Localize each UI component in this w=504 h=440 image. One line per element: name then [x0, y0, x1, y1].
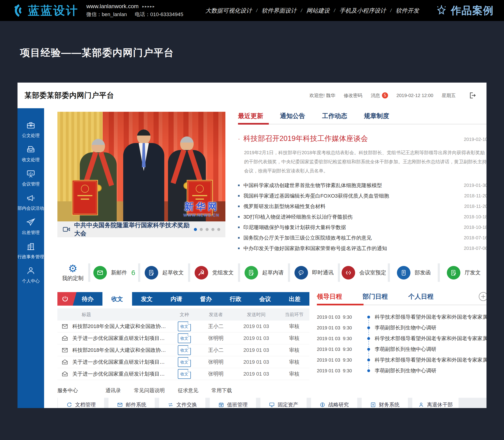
quick-action-party-docs[interactable]: ☭ 党组发文: [190, 263, 238, 282]
portfolio-link[interactable]: 作品案例: [435, 4, 494, 17]
button-fixed-assets[interactable]: 固定资产: [260, 398, 307, 408]
sidebar-item-meeting-management[interactable]: 会议管理: [17, 169, 44, 193]
news-item-title[interactable]: 中国科学家成功创建世界首批生物节律紊乱体细胞克隆猴模型: [243, 182, 382, 189]
schedule-entry-title[interactable]: 李萌副部长到生物中心调研: [375, 346, 436, 353]
sidebar-item-document-processing[interactable]: 公文处理: [17, 120, 44, 145]
link-downloads[interactable]: 常用下载: [211, 387, 232, 394]
sidebar-item-admin-affairs[interactable]: 行政事务管理: [17, 242, 44, 266]
quick-action-instant-messaging[interactable]: 即时通讯: [290, 263, 338, 282]
timeline-dot-icon: [367, 358, 370, 361]
news-item-date: 2018-11-20: [460, 193, 487, 199]
carousel-dot[interactable]: [200, 228, 203, 231]
tab-internal-request[interactable]: 内请: [161, 292, 191, 306]
tab-notices[interactable]: 通知公告: [280, 112, 305, 120]
service-links: 服务中心 通讯录 常见问题说明 征求意见 常用下载: [57, 387, 487, 394]
quick-action-my-customization[interactable]: ⚙ 我的定制: [57, 263, 88, 282]
news-item-title[interactable]: 俄罗斯研发出新型纳米磁性复合材料: [243, 203, 325, 210]
service-separator: /: [301, 8, 302, 13]
button-retired-cadres[interactable]: 离退休干部: [412, 398, 459, 408]
table-row[interactable]: 关于进一步优化国家重点研发计划项目和资金管理的通知 收文 张明明 2019 01…: [57, 332, 309, 344]
quick-action-dept-letter[interactable]: 部发函: [390, 263, 438, 282]
schedule-entry-title[interactable]: 科学技术部领导看望外国老专家和外国老专家家属: [375, 357, 487, 363]
link-feedback[interactable]: 征求意见: [178, 387, 198, 394]
news-headline-row: · 科技部召开2019年科技工作媒体座谈会 2019-02-10: [238, 134, 487, 143]
workbench-tabbar: 待办 收文 发文 内请 督办 行政 会议 出差: [57, 292, 309, 306]
sidebar-item-personal-center[interactable]: 个人中心: [17, 266, 44, 290]
schedule-entry: 2019 01 03 9:30 科学技术部领导看望外国老专家和外国老专家家属: [317, 355, 487, 365]
link-faq[interactable]: 常见问题说明: [134, 387, 165, 394]
table-row[interactable]: 科技部2018年全国人大建议和全国政协提案办理情况 收文 王小二 2019 01…: [57, 344, 309, 356]
quick-action-new-mail[interactable]: 新邮件 6: [90, 263, 138, 282]
schedule-entry-title[interactable]: 李萌副部长到生物中心调研: [375, 324, 436, 331]
timeline-dot-icon: [367, 316, 370, 318]
table-row[interactable]: 关于进一步优化国家重点研发计划项目和资金管理的通知 收文 张明明 2019 01…: [57, 368, 309, 380]
button-duty-management[interactable]: 值班管理: [210, 398, 256, 408]
news-item-title[interactable]: 中办印发关于做好国家勋章和国家荣誉称号提名评选工作的通知: [243, 245, 387, 252]
carousel-dot[interactable]: [217, 228, 220, 231]
tab-outgoing[interactable]: 发文: [132, 292, 162, 306]
messages-link[interactable]: 消息 5: [371, 92, 388, 99]
carousel-caption[interactable]: 中共中央国务院隆重举行国家科学技术奖励大会: [74, 221, 190, 237]
button-file-exchange[interactable]: 文件交换: [159, 398, 205, 408]
carousel-dot[interactable]: [211, 228, 214, 231]
link-contacts[interactable]: 通讯录: [105, 387, 121, 394]
schedule-entry-title[interactable]: 科学技术部领导看望外国老专家和外国老专家家属: [375, 314, 487, 321]
sidebar-item-business-trip[interactable]: 出差管理: [17, 218, 44, 242]
tab-todo[interactable]: 待办: [73, 292, 102, 306]
bullet-icon: ·: [238, 135, 240, 143]
brand[interactable]: 蓝蓝设计: [10, 3, 78, 18]
portal-title: 某部委某部委内网门户平台: [25, 91, 114, 100]
service-item: 大数据可视化设计: [205, 7, 252, 14]
tab-dept-schedule[interactable]: 部门日程: [363, 292, 388, 301]
mail-closed-icon: [57, 323, 72, 330]
carousel-dot[interactable]: [194, 228, 197, 231]
news-item: 中国科学家成功创建世界首批生物节律紊乱体细胞克隆猴模型 2019-01-30: [238, 180, 487, 191]
button-mail-system[interactable]: 邮件系统: [109, 398, 155, 408]
site-url[interactable]: www.lanlanwork.com: [86, 3, 139, 10]
tab-business-trip[interactable]: 出差: [280, 292, 309, 306]
button-document-management[interactable]: 文档管理: [58, 398, 104, 408]
schedule-entry-title[interactable]: 科学技术部领导看望外国老专家和外国老专家家属: [375, 335, 487, 342]
carousel-photo[interactable]: 新华网 WWW.NEWS.CN: [57, 112, 225, 221]
news-item-title[interactable]: 我国科学家通过基因编辑长寿蛋白FOXO3获得优质人类血管细胞: [243, 192, 389, 199]
document-pen-icon: [145, 266, 158, 279]
button-finance-system[interactable]: 财务系统: [362, 398, 408, 408]
button-strategy-research[interactable]: 战略研究: [311, 398, 357, 408]
news-tabs-underline: [238, 124, 487, 124]
table-row[interactable]: 关于进一步优化国家重点研发计划项目和资金管理的通知 收文 张明明 2019 01…: [57, 356, 309, 368]
sidebar: 公文处理 收文处理 会议管理: [17, 108, 44, 408]
quick-action-draft-incoming[interactable]: 起草收文: [140, 263, 188, 282]
sidebar-item-incoming-docs[interactable]: 收文处理: [17, 145, 44, 169]
tab-supervision[interactable]: 督办: [191, 292, 221, 306]
news-item-title[interactable]: 3D打印植入物促进神经细胞生长以治疗脊髓损伤: [243, 213, 352, 220]
schedule-timeline: 2019 01 03 9:30 科学技术部领导看望外国老专家和外国老专家家属 2…: [317, 312, 487, 376]
quick-action-office-docs[interactable]: 厅发文: [440, 263, 487, 282]
mail-open-icon: [57, 335, 72, 342]
quick-action-draft-internal[interactable]: 起草内请: [240, 263, 288, 282]
tab-regulations[interactable]: 规章制度: [364, 112, 389, 120]
news-summary: 2019年2月1日，科技部举行2018年度考核总结表彰会。科技部部长、党组书记王…: [238, 148, 487, 176]
news-headline[interactable]: 科技部召开2019年科技工作媒体座谈会: [243, 134, 368, 143]
news-item-date: 2018-07-16: [459, 235, 487, 241]
quick-action-meeting-room-booking[interactable]: 会议室预定: [340, 263, 388, 282]
tab-meeting[interactable]: 会议: [250, 292, 280, 306]
tab-latest-updates[interactable]: 最近更新: [238, 112, 263, 120]
sidebar-item-label: 部内会议活动: [17, 205, 44, 211]
schedule-entry-title[interactable]: 李萌副部长到生物中心调研: [375, 367, 436, 374]
tab-personal-schedule[interactable]: 个人日程: [408, 292, 434, 301]
sidebar-item-dept-activities[interactable]: 部内会议活动: [17, 193, 44, 218]
tab-administration[interactable]: 行政: [221, 292, 250, 306]
tab-incoming[interactable]: 收文: [102, 292, 132, 308]
logout-icon[interactable]: [468, 91, 476, 99]
news-item-title[interactable]: 印尼珊瑚礁保护与修复计划获得大量科学数据: [243, 224, 346, 231]
table-row[interactable]: 科技部2018年全国人大建议和全国政协提案办理情况 收文 王小二 2019 01…: [57, 321, 309, 332]
change-password-link[interactable]: 修改密码: [344, 92, 362, 99]
tab-leader-schedule[interactable]: 领导日程: [317, 292, 342, 301]
tab-work-trends[interactable]: 工作动态: [322, 112, 347, 120]
timeline-dot-icon: [367, 337, 370, 340]
news-item-title[interactable]: 国务院办公厅关于加强三级公立医院绩效考核工作的意见: [243, 234, 372, 241]
presentation-icon: [26, 169, 36, 179]
schedule-entry: 2019 01 03 9:30 李萌副部长到生物中心调研: [317, 322, 487, 333]
add-schedule-icon[interactable]: [479, 292, 487, 301]
carousel-dot[interactable]: [206, 228, 209, 231]
